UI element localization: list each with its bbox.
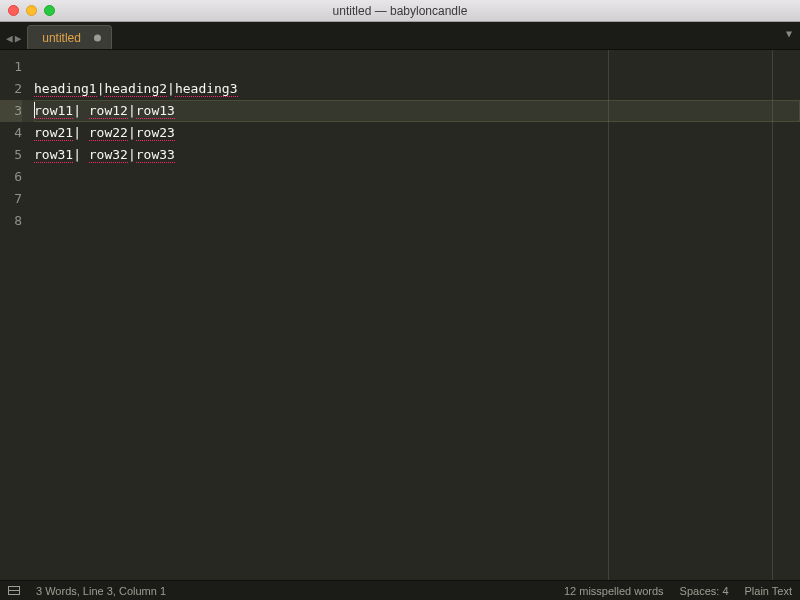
status-bar: 3 Words, Line 3, Column 1 12 misspelled …: [0, 580, 800, 600]
code-token: |: [128, 103, 136, 118]
code-content[interactable]: heading1|heading2|heading3row11| row12|r…: [30, 50, 800, 580]
code-line[interactable]: [34, 166, 800, 188]
line-number: 2: [0, 78, 22, 100]
status-selection[interactable]: 3 Words, Line 3, Column 1: [36, 585, 166, 597]
misspelled-word: heading2: [104, 81, 167, 97]
code-line[interactable]: heading1|heading2|heading3: [34, 78, 800, 100]
code-token: |: [73, 147, 89, 162]
misspelled-word: row32: [89, 147, 128, 163]
panel-switch-icon[interactable]: [8, 586, 20, 595]
line-number: 5: [0, 144, 22, 166]
text-cursor: [34, 102, 35, 118]
line-number-gutter: 12345678: [0, 50, 30, 580]
code-line[interactable]: [34, 188, 800, 210]
line-number: 4: [0, 122, 22, 144]
window-title: untitled — babyloncandle: [0, 4, 800, 18]
line-number: 8: [0, 210, 22, 232]
code-line[interactable]: [34, 56, 800, 78]
nav-forward-icon[interactable]: ▶: [15, 32, 22, 45]
code-token: |: [128, 125, 136, 140]
code-token: |: [73, 125, 89, 140]
status-indent[interactable]: Spaces: 4: [680, 585, 729, 597]
code-token: |: [128, 147, 136, 162]
misspelled-word: row12: [89, 103, 128, 119]
misspelled-word: row31: [34, 147, 73, 163]
status-spellcheck[interactable]: 12 misspelled words: [564, 585, 664, 597]
code-token: |: [73, 103, 89, 118]
misspelled-word: row13: [136, 103, 175, 119]
code-token: |: [167, 81, 175, 96]
window-titlebar: untitled — babyloncandle: [0, 0, 800, 22]
code-line[interactable]: row11| row12|row13: [34, 100, 800, 122]
status-syntax[interactable]: Plain Text: [745, 585, 793, 597]
code-line[interactable]: row31| row32|row33: [34, 144, 800, 166]
editor-area[interactable]: 12345678 heading1|heading2|heading3row11…: [0, 50, 800, 580]
line-number: 1: [0, 56, 22, 78]
nav-back-icon[interactable]: ◀: [6, 32, 13, 45]
misspelled-word: heading1: [34, 81, 97, 97]
misspelled-word: heading3: [175, 81, 238, 97]
tab-overflow-icon[interactable]: ▼: [786, 28, 792, 39]
misspelled-word: row11: [34, 103, 73, 119]
ruler-line: [608, 50, 609, 580]
dirty-indicator-icon: [94, 34, 101, 41]
tab-bar: ◀ ▶ untitled ▼: [0, 22, 800, 50]
misspelled-word: row21: [34, 125, 73, 141]
line-number: 7: [0, 188, 22, 210]
misspelled-word: row23: [136, 125, 175, 141]
line-number: 6: [0, 166, 22, 188]
ruler-line: [772, 50, 773, 580]
misspelled-word: row33: [136, 147, 175, 163]
misspelled-word: row22: [89, 125, 128, 141]
tab-label: untitled: [42, 31, 81, 45]
code-line[interactable]: row21| row22|row23: [34, 122, 800, 144]
code-line[interactable]: [34, 210, 800, 232]
nav-arrows: ◀ ▶: [0, 32, 27, 49]
tab-untitled[interactable]: untitled: [27, 25, 112, 49]
